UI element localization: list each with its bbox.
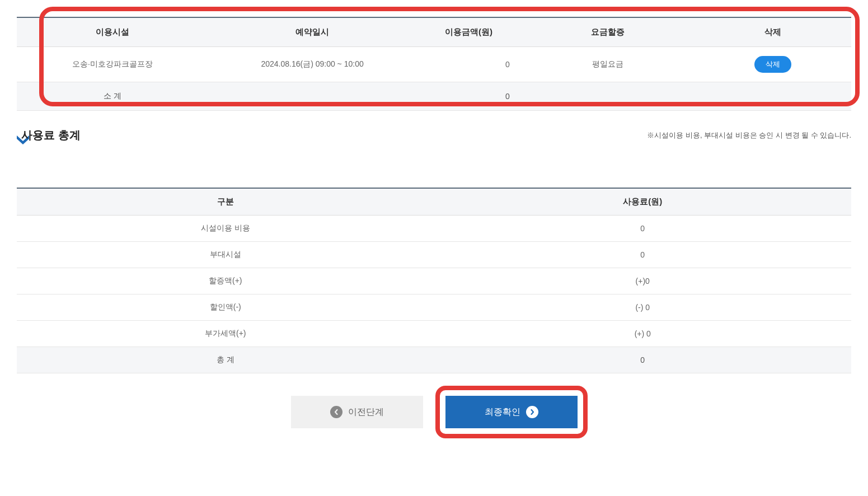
- fee-cell-value: (-) 0: [434, 294, 852, 321]
- cell-datetime: 2024.08.16(금) 09:00 ~ 10:00: [208, 47, 417, 82]
- subtotal-label: 소 계: [17, 82, 208, 111]
- fee-header-category: 구분: [17, 188, 434, 216]
- subtotal-amount: 0: [416, 82, 520, 111]
- table-row: 오송·미호강파크골프장 2024.08.16(금) 09:00 ~ 10:00 …: [17, 47, 851, 82]
- fee-cell-category: 시설이용 비용: [17, 216, 434, 242]
- fee-total-value: 0: [434, 347, 852, 373]
- cell-ratetype: 평일요금: [521, 47, 695, 82]
- fee-cell-value: (+)0: [434, 268, 852, 294]
- fee-cell-category: 할인액(-): [17, 294, 434, 321]
- fee-cell-value: 0: [434, 216, 852, 242]
- header-delete: 삭제: [695, 17, 851, 47]
- table-row: 시설이용 비용 0: [17, 216, 851, 242]
- previous-step-button[interactable]: 이전단계: [291, 396, 423, 428]
- delete-button[interactable]: 삭제: [754, 56, 791, 73]
- table-row: 할증액(+) (+)0: [17, 268, 851, 294]
- table-row: 부대시설 0: [17, 242, 851, 268]
- fee-cell-value: 0: [434, 242, 852, 268]
- final-confirm-label: 최종확인: [485, 406, 520, 418]
- section-title-text: 사용료 총계: [21, 128, 81, 143]
- header-facility: 이용시설: [17, 17, 208, 47]
- arrow-left-circle-icon: [330, 406, 342, 418]
- header-amount: 이용금액(원): [416, 17, 520, 47]
- section-note: ※시설이용 비용, 부대시설 비용은 승인 시 변경 될 수 있습니다.: [647, 130, 851, 141]
- header-datetime: 예약일시: [208, 17, 417, 47]
- reservation-table: 이용시설 예약일시 이용금액(원) 요금할증 삭제 오송·미호강파크골프장 20…: [17, 17, 851, 111]
- cell-amount: 0: [416, 47, 520, 82]
- fee-cell-category: 할증액(+): [17, 268, 434, 294]
- fee-total-label: 총 계: [17, 347, 434, 373]
- final-confirm-button[interactable]: 최종확인: [445, 396, 578, 428]
- section-title: 사용료 총계: [17, 128, 81, 143]
- table-row: 할인액(-) (-) 0: [17, 294, 851, 321]
- table-row-total: 총 계 0: [17, 347, 851, 373]
- previous-step-label: 이전단계: [348, 406, 384, 418]
- fee-cell-category: 부대시설: [17, 242, 434, 268]
- table-row-subtotal: 소 계 0: [17, 82, 851, 111]
- header-ratetype: 요금할증: [521, 17, 695, 47]
- cell-facility: 오송·미호강파크골프장: [17, 47, 208, 82]
- fee-header-fee: 사용료(원): [434, 188, 852, 216]
- fee-summary-table: 구분 사용료(원) 시설이용 비용 0 부대시설 0 할증액(+) (+)0 할…: [17, 188, 851, 373]
- fee-cell-value: (+) 0: [434, 321, 852, 347]
- fee-cell-category: 부가세액(+): [17, 321, 434, 347]
- arrow-right-circle-icon: [526, 406, 538, 418]
- table-row: 부가세액(+) (+) 0: [17, 321, 851, 347]
